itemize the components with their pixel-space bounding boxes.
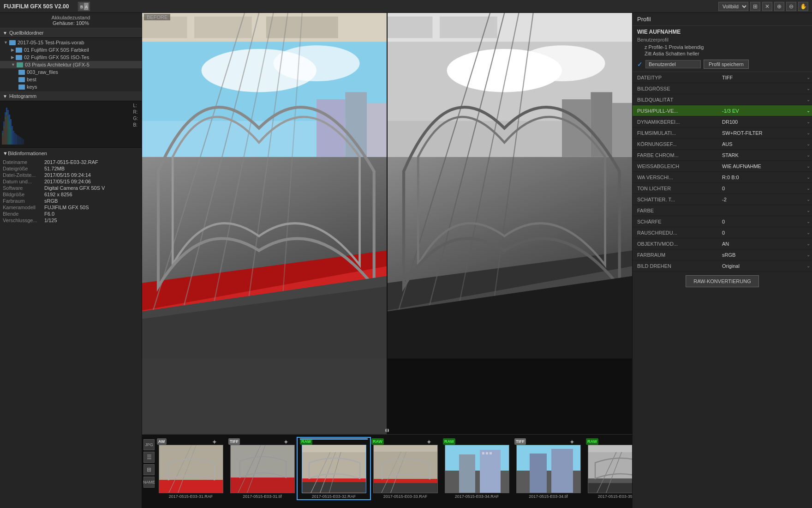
dropdown-arrow-3[interactable]: ⌄ [806,97,810,102]
svg-rect-11 [12,126,13,145]
svg-rect-19 [23,139,24,145]
folder-name-1: 2017-05-15 Test-Praxis-vorab [18,40,84,45]
dropdown-arrow-16[interactable]: ⌄ [806,241,810,246]
svg-rect-53 [591,92,612,157]
dropdown-arrow-11[interactable]: ⌄ [806,186,810,191]
settings-row-schatten: SCHATTIER. T... -2 ⌄ [633,194,812,205]
folder-item-6[interactable]: best [0,76,142,83]
film-item-4[interactable]: RAW ✦ 2017-0515-E03-33.RAF [370,438,441,499]
filmstrip-icon2[interactable]: ⊞ [143,464,155,475]
zoom-out-btn[interactable]: ⊖ [786,2,796,11]
file-info-label: Bildinformationen [8,151,47,156]
raw-convert-btn[interactable]: RAW-KONVERTIERUNG [686,275,758,287]
main-area: Akkuladezustand Gehäuse: 100% ▼ Quellbil… [0,13,812,508]
settings-row-rausch: RAUSCHREDU... 0 ⌄ [633,227,812,238]
view-before-btn[interactable]: BA [78,2,90,11]
dropdown-arrow-6[interactable]: ⌄ [806,130,810,135]
film-star-6: ✦ [569,438,575,446]
film-label-4: 2017-0515-E03-33.RAF [373,494,438,499]
dropdown-arrow-12[interactable]: ⌄ [806,197,810,202]
svg-rect-30 [6,115,7,145]
image-before: BEFORE [142,13,387,434]
dropdown-arrow-18[interactable]: ⌄ [806,263,810,268]
film-item-6[interactable]: TIFF ✦ 2017-0515-E03-34.tif [513,438,584,499]
profile-save-btn[interactable]: Profil speichern [704,60,749,69]
profile-item-1[interactable]: z Profile-1 Provia lebendig [637,44,807,50]
center-area: BEFORE [142,13,632,508]
info-row-zeitstempel: Datei-Zeitste... 2017/05/15 09:24:14 [3,172,139,178]
folder-name-7: keys [27,84,37,90]
dropdown-arrow-13[interactable]: ⌄ [806,208,810,213]
svg-rect-12 [13,131,14,145]
info-row-kameramodell: Kameramodell FUJIFILM GFX 50S [3,204,139,211]
dropdown-arrow-9[interactable]: ⌄ [806,163,810,169]
zoom-in-btn[interactable]: ⊕ [774,2,784,11]
filmstrip[interactable]: JPG ☰ ⊞ NAME AW ✦ 2017-05 [142,434,632,508]
filmstrip-icon1[interactable]: ☰ [143,452,155,463]
folder-expand-icon-3: ▶ [11,55,14,60]
folder-icon-3 [16,55,22,60]
profile-name-input[interactable] [645,60,701,68]
svg-rect-14 [16,134,17,145]
folder-icon-5 [18,70,25,75]
folder-item-2[interactable]: ▶ 01 Fujifilm GFX 50S Farbkeil [0,46,142,54]
svg-rect-87 [480,450,501,493]
film-item-3[interactable]: RAW 2017-0515-E03-32.RAF [298,438,370,499]
info-row-farbraum: Farbraum sRGB [3,198,139,204]
filmstrip-side-icons: JPG ☰ ⊞ NAME [142,438,155,489]
film-thumb-7 [588,445,633,493]
file-info-header[interactable]: ▼ Bildinformationen [3,150,139,157]
histogram-header[interactable]: ▼ Histogramm [0,91,142,101]
svg-rect-40 [194,17,252,38]
dropdown-arrow-8[interactable]: ⌄ [806,152,810,157]
film-badge-1: AW [157,438,167,445]
film-thumb-1 [159,445,223,493]
film-badge-4: RAW [371,438,384,445]
film-label-2: 2017-0515-E03-31.tif [230,494,295,499]
film-item-1[interactable]: AW ✦ 2017-0515-E03-31.RAF [155,438,227,499]
vollbild-select[interactable]: Vollbild [718,2,748,11]
histogram-chart [2,103,113,145]
info-row-datum: Datum und... 2017/05/15 09:24:06 [3,178,139,185]
folder-name-3: 02 Fujifilm GFX 50S ISO-Tes [24,54,89,60]
dropdown-arrow-2[interactable]: ⌄ [806,86,810,91]
svg-rect-83 [374,445,438,452]
folder-item-1[interactable]: ▼ 2017-05-15 Test-Praxis-vorab [0,39,142,46]
dropdown-arrow-14[interactable]: ⌄ [806,219,810,224]
folder-item-4[interactable]: ▼ 03 Praxis Architektur (GFX-5 [0,61,142,68]
film-star-1: ✦ [212,438,217,446]
profile-section: WIE AUFNAHME Benutzerprofil z Profile-1 … [633,26,812,72]
jpg-icon[interactable]: JPG [143,439,155,450]
film-item-7[interactable]: RAW 2017-0515-E03-35.RAF [584,438,632,499]
svg-rect-64 [159,480,223,493]
folder-tree: ▼ 2017-05-15 Test-Praxis-vorab ▶ 01 Fuji… [0,38,142,91]
hand-btn[interactable]: ✋ [798,2,808,11]
profile-item-2[interactable]: Zitt Astia Schatten heller [637,50,807,57]
dropdown-arrow[interactable]: ⌄ [806,75,810,80]
svg-rect-68 [231,478,295,493]
image-divider [387,13,388,434]
film-badge-6: TIFF [514,438,526,445]
filmstrip-icon3[interactable]: NAME [143,477,155,488]
dropdown-arrow-7[interactable]: ⌄ [806,141,810,146]
svg-rect-93 [530,454,547,493]
folder-item-5[interactable]: 003_raw_files [0,68,142,76]
histogram-label: Histogramm [9,93,36,99]
film-item-2[interactable]: TIFF ✦ 2017-0515-E03-31.tif [227,438,298,499]
source-folder-header[interactable]: ▼ Quellbildordner [0,28,142,38]
dropdown-arrow-17[interactable]: ⌄ [806,252,810,257]
fit-icon-btn[interactable]: ⊞ [750,2,760,11]
dropdown-arrow-10[interactable]: ⌄ [806,175,810,180]
film-thumb-6 [516,445,581,493]
svg-rect-29 [5,119,6,145]
dropdown-arrow-15[interactable]: ⌄ [806,230,810,235]
film-item-5[interactable]: RAW 2017-0515-E03-34.RAF [441,438,513,499]
svg-rect-97 [588,483,633,493]
folder-item-3[interactable]: ▶ 02 Fujifilm GFX 50S ISO-Tes [0,54,142,61]
x-icon-btn[interactable]: ✕ [762,2,772,11]
settings-row-ton-lichter: TON LICHTER 0 ⌄ [633,183,812,194]
dropdown-arrow-4[interactable]: ⌄ [806,108,810,113]
settings-row-koernung: KÖRNUNGSEF... AUS ⌄ [633,139,812,150]
folder-item-7[interactable]: keys [0,83,142,91]
dropdown-arrow-5[interactable]: ⌄ [806,119,810,124]
